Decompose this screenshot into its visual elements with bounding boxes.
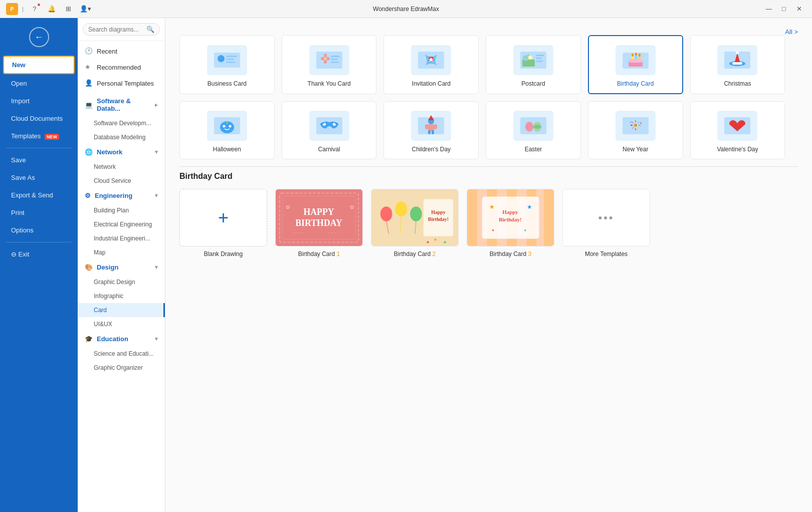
business-card-icon (212, 48, 242, 73)
svg-point-33 (639, 54, 641, 57)
nav-item-personal[interactable]: 👤 Personal Templates (78, 75, 165, 91)
nav-item-recommended[interactable]: ★ Recommended (78, 59, 165, 75)
svg-rect-51 (434, 124, 437, 129)
card-new-year[interactable]: ✦ ✦ New Year (588, 101, 683, 159)
sidebar-item-options[interactable]: Options (3, 222, 75, 238)
card-birthday-card[interactable]: Birthday Card (588, 35, 683, 94)
nav-cat-education[interactable]: 🎓 Education ▾ (78, 331, 165, 347)
sidebar-item-new[interactable]: New (3, 56, 75, 74)
nav-cat-engineering[interactable]: ⚙ Engineering ▾ (78, 188, 165, 203)
nav-cat-software[interactable]: 💻 Software & Datab... ▸ (78, 93, 165, 116)
nav-sub-network[interactable]: Network (78, 160, 165, 174)
card-halloween[interactable]: Halloween (179, 101, 275, 159)
sidebar-item-open[interactable]: Open (3, 75, 75, 92)
svg-point-8 (324, 61, 327, 64)
card-carnival[interactable]: Carnival (282, 101, 377, 159)
easter-label: Easter (525, 146, 542, 153)
svg-rect-13 (331, 59, 338, 60)
svg-text:BIRTHDAY: BIRTHDAY (295, 218, 342, 228)
sidebar-item-exit[interactable]: ⊖ Exit (3, 246, 75, 263)
nav-sub-map[interactable]: Map (78, 245, 165, 260)
bday3-svg: Happy Birthday! ★ ★ ♦ ♦ (467, 189, 554, 246)
svg-point-32 (635, 53, 637, 56)
card-childrens-day[interactable]: Children's Day (383, 101, 479, 159)
bday2-label: Birthday Card 2 (394, 250, 436, 258)
nav-sub-database[interactable]: Database Modeling (78, 130, 165, 144)
postcard-label: Postcard (521, 80, 545, 87)
nav-cat-design[interactable]: 🎨 Design ▾ (78, 260, 165, 275)
template-blank[interactable]: + Blank Drawing (179, 189, 267, 258)
sidebar-item-export[interactable]: Export & Send (3, 187, 75, 203)
window-controls: — □ ✕ (706, 2, 806, 16)
nav-sub-graphic-org[interactable]: Graphic Organizer (78, 361, 165, 375)
valentines-day-icon (722, 113, 752, 138)
birthday-card-icon-wrap (616, 45, 656, 75)
sidebar-item-save-as[interactable]: Save As (3, 169, 75, 186)
account-icon[interactable]: 👤▾ (79, 2, 93, 16)
search-input[interactable] (88, 26, 146, 33)
christmas-icon (722, 48, 752, 73)
nav-sub-science[interactable]: Science and Educati... (78, 347, 165, 361)
nav-sub-graphic[interactable]: Graphic Design (78, 275, 165, 289)
sidebar-item-save[interactable]: Save (3, 152, 75, 168)
nav-sub-cloud-service[interactable]: Cloud Service (78, 174, 165, 188)
bell-icon[interactable]: 🔔 (45, 2, 59, 16)
svg-text:Birthday!: Birthday! (499, 216, 521, 222)
svg-text:HAPPY: HAPPY (303, 207, 334, 217)
template-bday3[interactable]: Happy Birthday! ★ ★ ♦ ♦ Birthday Card 3 (467, 189, 554, 258)
all-link[interactable]: All > (785, 28, 798, 36)
svg-rect-22 (536, 55, 544, 56)
svg-rect-96 (467, 189, 477, 246)
halloween-icon (212, 113, 242, 138)
new-year-icon: ✦ ✦ (621, 113, 651, 138)
user-icon: P (6, 3, 18, 15)
card-thank-card[interactable]: Thank You Card (282, 35, 377, 94)
back-button[interactable]: ← (29, 27, 49, 47)
svg-rect-53 (432, 130, 434, 134)
sidebar-item-print[interactable]: Print (3, 204, 75, 221)
template-bday2[interactable]: Happy Birthday! ★ ★ ★ Birthday Card 2 (371, 189, 459, 258)
nav-sub-electrical[interactable]: Electrical Engineering (78, 217, 165, 231)
bday1-svg: HAPPY BIRTHDAY ✿ ✿ ~ ~ ~ ~ ~ ~ (276, 189, 362, 246)
blank-thumb: + (179, 189, 267, 246)
svg-text:✿: ✿ (350, 204, 354, 210)
nav-sub-industrial[interactable]: Industrial Engineeri... (78, 231, 165, 245)
sidebar-item-templates[interactable]: Templates NEW (3, 128, 75, 144)
christmas-icon-wrap (717, 45, 757, 75)
sidebar-item-import[interactable]: Import (3, 93, 75, 109)
childrens-day-icon (416, 113, 446, 138)
svg-rect-4 (226, 62, 236, 63)
card-business-card[interactable]: Business Card (179, 35, 275, 94)
close-button[interactable]: ✕ (792, 2, 806, 16)
svg-rect-27 (630, 59, 642, 63)
sidebar-item-cloud[interactable]: Cloud Documents (3, 110, 75, 127)
minimize-button[interactable]: — (762, 2, 776, 16)
nav-item-recent[interactable]: 🕐 Recent (78, 43, 165, 59)
card-valentines-day[interactable]: Valentine's Day (690, 101, 785, 159)
card-easter[interactable]: Easter (486, 101, 581, 159)
valentines-day-label: Valentine's Day (717, 146, 758, 153)
card-christmas[interactable]: Christmas (690, 35, 785, 94)
template-grid: + Blank Drawing HAPPY BIRTHDAY (179, 189, 798, 258)
svg-text:★: ★ (434, 237, 437, 242)
nav-cat-software-label: Software & Datab... (97, 97, 155, 112)
grid-icon[interactable]: ⊞ (62, 2, 76, 16)
template-more[interactable]: ••• More Templates (562, 189, 650, 258)
invitation-card-icon-wrap (411, 45, 451, 75)
nav-cat-network[interactable]: 🌐 Network ▾ (78, 144, 165, 160)
nav-sub-building[interactable]: Building Plan (78, 203, 165, 217)
template-bday1[interactable]: HAPPY BIRTHDAY ✿ ✿ ~ ~ ~ ~ ~ ~ Birthday … (275, 189, 363, 258)
plus-icon: + (218, 207, 229, 228)
svg-rect-55 (520, 117, 546, 134)
nav-sub-software-dev[interactable]: Software Developm... (78, 116, 165, 130)
maximize-button[interactable]: □ (777, 2, 791, 16)
christmas-label: Christmas (724, 80, 751, 87)
card-invitation-card[interactable]: Invitation Card (383, 35, 479, 94)
nav-sub-infographic[interactable]: Infographic (78, 289, 165, 303)
nav-sub-uiux[interactable]: UI&UX (78, 317, 165, 331)
nav-sub-card[interactable]: Card (78, 303, 165, 317)
card-postcard[interactable]: Postcard (486, 35, 581, 94)
help-icon[interactable]: ? (28, 2, 42, 16)
search-wrap[interactable]: 🔍 (83, 23, 160, 36)
svg-point-7 (324, 54, 327, 57)
